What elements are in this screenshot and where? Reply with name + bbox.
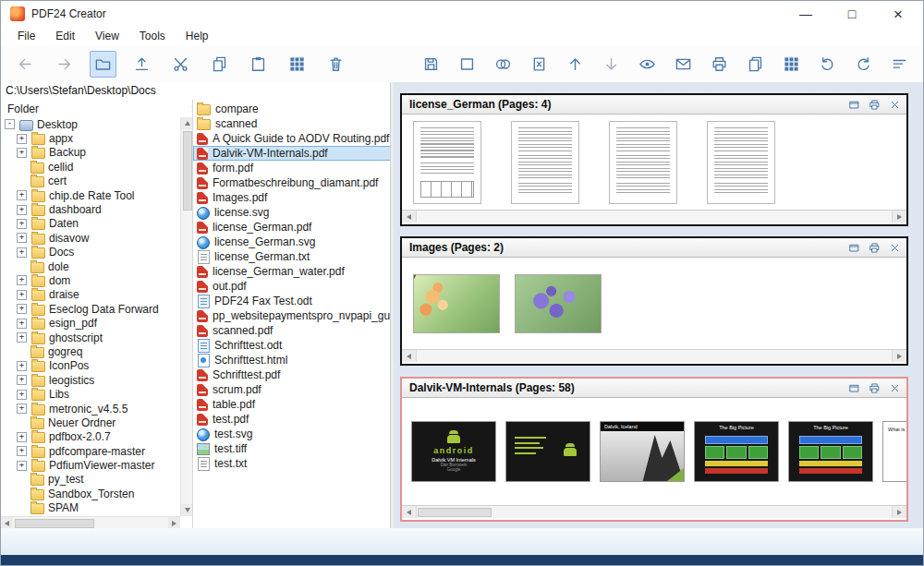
move-up-button[interactable] [562,51,589,78]
compress-button[interactable] [886,51,913,78]
tree-item-appx[interactable]: +appx [1,131,180,145]
expand-icon[interactable]: + [17,290,27,300]
slide-thumbnail[interactable]: The Big Picture [694,421,779,482]
document-panel-license-german[interactable]: license_German (Pages: 4) [400,93,908,226]
tree-item-pdfcompare-master[interactable]: +pdfcompare-master [1,444,180,458]
expand-icon[interactable]: + [17,219,27,229]
expand-icon[interactable]: + [17,275,27,285]
expand-icon[interactable]: + [17,148,27,158]
menu-view[interactable]: View [85,28,129,44]
tree-item-dom[interactable]: +dom [1,273,180,287]
page-thumbnail[interactable] [511,121,579,204]
tree-item-sandbox-torsten[interactable]: Sandbox_Torsten [1,487,180,500]
tree-item-cert[interactable]: cert [1,175,180,188]
file-item-license-german-txt[interactable]: license_German.txt [193,249,391,264]
menu-edit[interactable]: Edit [45,28,85,44]
file-item-scanned-pdf[interactable]: scanned.pdf [193,323,391,338]
copy-button[interactable] [206,51,233,78]
file-item-pdf24-fax-test-odt[interactable]: PDF24 Fax Test.odt [193,294,391,308]
file-item-schrifttest-pdf[interactable]: Schrifttest.pdf [193,367,391,382]
save-button[interactable] [418,51,444,78]
tree-item-esign-pdf[interactable]: +esign_pdf [1,316,180,330]
delete-button[interactable] [322,51,349,78]
blank-page-button[interactable] [454,51,480,78]
document-panel-images[interactable]: Images (Pages: 2) [400,236,908,366]
scroll-left-button[interactable] [402,211,417,223]
expand-icon[interactable]: + [17,461,27,471]
move-down-button[interactable] [598,51,625,78]
expand-icon[interactable]: + [17,432,27,442]
tree-item-disavow[interactable]: +disavow [1,231,180,245]
tree-item-leogistics[interactable]: +leogistics [1,373,180,387]
minimize-document-button[interactable] [847,241,861,255]
tree-item-libs[interactable]: +Libs [1,387,180,401]
file-item-license-svg[interactable]: license.svg [193,205,391,220]
maximize-window-button[interactable]: □ [844,7,860,20]
tree-item-pdfbox-2-0-7[interactable]: +pdfbox-2.0.7 [1,430,180,444]
tree-item-gogreq[interactable]: gogreq [1,344,180,358]
tree-item-dashboard[interactable]: +dashboard [1,202,180,216]
scrollbar-thumb[interactable] [183,131,192,211]
extract-pages-button[interactable] [742,51,769,78]
tree-item-iconpos[interactable]: +IconPos [1,359,180,373]
tree-item-backup[interactable]: +Backup [1,146,180,160]
cut-button[interactable] [167,51,194,78]
tree-item-cellid[interactable]: cellid [1,160,180,174]
tree-item-spam[interactable]: SPAM [1,501,180,515]
close-document-button[interactable] [888,98,902,112]
file-item-pp-websitepaymentspro-nvpapi-guid[interactable]: pp_websitepaymentspro_nvpapi_guid [193,308,391,323]
email-button[interactable] [670,51,697,78]
horizontal-scrollbar[interactable] [402,349,906,362]
file-item-license-german-water-pdf[interactable]: license_German_water.pdf [193,264,391,279]
tree-item-desktop[interactable]: -Desktop [1,117,180,131]
file-item-scrum-pdf[interactable]: scrum.pdf [193,382,391,397]
scroll-left-button[interactable] [402,506,417,518]
minimize-document-button[interactable] [847,98,861,112]
open-folder-button[interactable] [90,51,116,78]
scroll-right-button[interactable] [892,350,906,362]
tree-item-metronic-v4-5-5[interactable]: +metronic_v4.5.5 [1,402,180,415]
file-item-scanned[interactable]: scanned [193,116,391,131]
orange-blossom-photo[interactable] [413,274,500,333]
merge-button[interactable] [490,51,517,78]
print-document-button[interactable] [868,381,881,395]
file-item-test-svg[interactable]: test.svg [193,427,391,441]
page-thumbnail[interactable] [413,121,481,204]
expand-icon[interactable]: + [17,332,27,343]
expand-icon[interactable]: + [17,190,27,200]
tree-item-py-test[interactable]: py_test [1,473,180,487]
file-item-formatbeschreibung-diamant-pdf[interactable]: Formatbeschreibung_diamant.pdf [193,175,391,190]
scroll-right-button[interactable] [892,211,906,223]
expand-icon[interactable]: + [17,205,27,215]
tree-item-chip-de-rate-tool[interactable]: +chip.de Rate Tool [1,188,180,202]
file-item-test-tiff[interactable]: test.tiff [193,441,391,456]
menu-help[interactable]: Help [176,28,219,44]
tree-item-draise[interactable]: +draise [1,288,180,302]
scrollbar-thumb[interactable] [15,519,94,528]
expand-icon[interactable]: + [17,390,27,400]
expand-icon[interactable]: + [17,233,27,243]
scrollbar-thumb[interactable] [418,508,492,517]
file-item-a-quick-guide-to-aodv-routing-pdf[interactable]: A Quick Guide to AODV Routing.pdf [193,131,391,146]
close-document-button[interactable] [888,381,902,395]
menu-file[interactable]: File [7,28,45,44]
slide-thumbnail[interactable]: The Big Picture [788,421,873,482]
tree-item-neuer-ordner[interactable]: Neuer Ordner [1,415,180,429]
expand-icon[interactable]: + [17,134,27,144]
expand-icon[interactable]: + [17,446,27,456]
file-item-compare[interactable]: compare [193,102,391,116]
file-item-schrifttest-html[interactable]: Schrifttest.html [193,353,391,367]
slide-thumbnail[interactable] [505,421,590,482]
horizontal-scrollbar[interactable] [402,210,906,223]
expand-icon[interactable]: + [17,403,27,414]
close-document-button[interactable] [888,241,902,255]
scroll-right-button[interactable] [892,506,906,518]
print-document-button[interactable] [868,241,881,255]
back-button[interactable] [12,51,39,78]
slide-thumbnail[interactable]: Dalvik, Iceland [600,421,685,482]
minimize-window-button[interactable]: — [797,7,814,20]
overview-grid-button[interactable] [778,51,805,78]
import-file-button[interactable] [128,51,155,78]
file-item-test-pdf[interactable]: test.pdf [193,412,391,427]
document-panel-dalvik-vm-internals[interactable]: Dalvik-VM-Internals (Pages: 58)androidDa… [400,377,908,522]
